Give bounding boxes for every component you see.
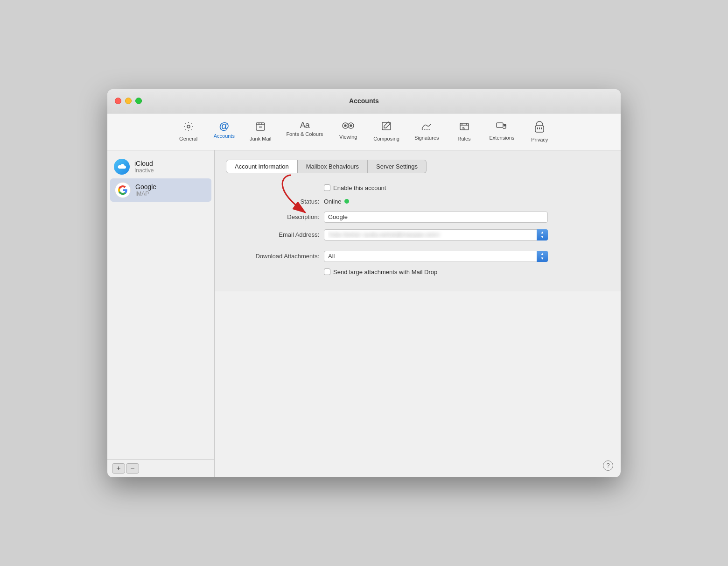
toolbar-item-viewing[interactable]: Viewing bbox=[331, 118, 365, 145]
icloud-name: iCloud bbox=[134, 160, 154, 167]
svg-point-10 bbox=[504, 124, 506, 126]
signatures-icon bbox=[420, 121, 433, 133]
toolbar: General @ Accounts Junk Mail Aa Fonts & … bbox=[107, 113, 621, 150]
main-content: Account Information Mailbox Behaviours S… bbox=[215, 150, 621, 291]
toolbar-label-general: General bbox=[179, 136, 197, 142]
status-row: Status: Online bbox=[226, 198, 609, 205]
mail-drop-checkbox-row: Send large attachments with Mail Drop bbox=[324, 269, 437, 276]
main-panel: Account Information Mailbox Behaviours S… bbox=[215, 150, 621, 477]
toolbar-label-accounts: Accounts bbox=[214, 133, 235, 139]
spacer bbox=[226, 247, 609, 251]
tab-server-settings[interactable]: Server Settings bbox=[368, 160, 427, 173]
minimize-button[interactable] bbox=[125, 98, 132, 104]
download-select-wrap: All Recent None ▲ ▼ bbox=[324, 251, 548, 262]
help-button[interactable]: ? bbox=[603, 460, 613, 471]
content-area: iCloud Inactive Goo bbox=[107, 150, 621, 477]
status-value-row: Online bbox=[324, 198, 349, 205]
close-button[interactable] bbox=[115, 98, 121, 104]
toolbar-label-viewing: Viewing bbox=[339, 134, 357, 140]
description-input[interactable] bbox=[324, 212, 548, 223]
toolbar-label-composing: Composing bbox=[373, 136, 399, 142]
description-label: Description: bbox=[226, 213, 319, 220]
accounts-list: iCloud Inactive Goo bbox=[107, 150, 214, 459]
enable-account-checkbox[interactable] bbox=[324, 184, 330, 191]
svg-rect-9 bbox=[497, 123, 503, 127]
toolbar-item-general[interactable]: General bbox=[172, 118, 205, 145]
fonts-icon: Aa bbox=[300, 121, 309, 129]
remove-account-button[interactable]: − bbox=[126, 463, 139, 474]
download-select[interactable]: All Recent None bbox=[324, 251, 548, 262]
tab-mailbox-behaviours[interactable]: Mailbox Behaviours bbox=[298, 160, 368, 173]
toolbar-label-privacy: Privacy bbox=[531, 137, 548, 142]
window-title: Accounts bbox=[349, 97, 379, 105]
account-item-icloud[interactable]: iCloud Inactive bbox=[107, 155, 214, 178]
extensions-icon bbox=[496, 121, 508, 133]
junkmail-icon bbox=[255, 121, 266, 134]
toolbar-label-signatures: Signatures bbox=[414, 135, 439, 141]
mail-preferences-window: Accounts General @ Accounts Junk Mail bbox=[107, 89, 621, 477]
enable-account-label: Enable this account bbox=[333, 184, 386, 191]
toolbar-label-extensions: Extensions bbox=[490, 135, 515, 141]
email-input[interactable] bbox=[324, 229, 548, 241]
svg-point-0 bbox=[187, 125, 190, 128]
tab-account-information[interactable]: Account Information bbox=[226, 160, 298, 173]
enable-row-with-arrow: Enable this account bbox=[226, 184, 609, 191]
toolbar-item-signatures[interactable]: Signatures bbox=[408, 118, 446, 145]
enable-account-checkbox-row: Enable this account bbox=[324, 184, 386, 191]
sidebar-footer: + − bbox=[107, 459, 214, 477]
status-online-dot bbox=[344, 199, 349, 204]
maximize-button[interactable] bbox=[135, 98, 142, 104]
toolbar-item-composing[interactable]: Composing bbox=[367, 118, 406, 145]
enable-account-row: Enable this account bbox=[324, 184, 609, 191]
download-attachments-row: Download Attachments: All Recent None ▲ … bbox=[226, 251, 609, 262]
status-label: Status: bbox=[226, 198, 319, 205]
email-label: Email Address: bbox=[226, 231, 319, 238]
toolbar-item-fonts[interactable]: Aa Fonts & Colours bbox=[280, 118, 329, 145]
titlebar: Accounts bbox=[107, 89, 621, 113]
rules-icon bbox=[459, 121, 470, 134]
toolbar-item-junkmail[interactable]: Junk Mail bbox=[243, 118, 278, 145]
mail-drop-checkbox[interactable] bbox=[324, 269, 330, 275]
google-name: Google bbox=[135, 183, 156, 191]
toolbar-label-rules: Rules bbox=[457, 136, 470, 142]
icloud-type: Inactive bbox=[134, 167, 154, 174]
toolbar-item-privacy[interactable]: Privacy bbox=[523, 118, 556, 145]
download-label: Download Attachments: bbox=[226, 253, 319, 260]
composing-icon bbox=[381, 121, 392, 134]
email-select-wrap: ▲ ▼ bbox=[324, 229, 548, 241]
icloud-avatar bbox=[114, 159, 130, 175]
icloud-info: iCloud Inactive bbox=[134, 160, 154, 174]
email-row: Email Address: ▲ ▼ bbox=[226, 229, 609, 241]
accounts-icon: @ bbox=[219, 121, 229, 131]
mail-drop-label: Send large attachments with Mail Drop bbox=[333, 269, 437, 276]
toolbar-item-rules[interactable]: Rules bbox=[448, 118, 481, 145]
traffic-lights bbox=[115, 98, 142, 104]
account-item-google[interactable]: Google IMAP bbox=[110, 178, 211, 202]
viewing-icon bbox=[342, 121, 355, 132]
mail-drop-row: Send large attachments with Mail Drop bbox=[324, 269, 609, 276]
google-avatar bbox=[115, 182, 131, 198]
toolbar-item-extensions[interactable]: Extensions bbox=[483, 118, 521, 145]
add-account-button[interactable]: + bbox=[112, 463, 125, 474]
status-value: Online bbox=[324, 198, 342, 205]
toolbar-item-accounts[interactable]: @ Accounts bbox=[207, 118, 241, 145]
description-row: Description: bbox=[226, 212, 609, 223]
sidebar: iCloud Inactive Goo bbox=[107, 150, 215, 477]
toolbar-label-junkmail: Junk Mail bbox=[250, 136, 271, 142]
general-icon bbox=[183, 121, 194, 134]
privacy-icon bbox=[534, 121, 545, 135]
svg-point-6 bbox=[350, 125, 352, 127]
google-info: Google IMAP bbox=[135, 183, 156, 197]
google-type: IMAP bbox=[135, 191, 156, 197]
toolbar-label-fonts: Fonts & Colours bbox=[286, 131, 323, 137]
svg-point-5 bbox=[344, 125, 346, 127]
tabs: Account Information Mailbox Behaviours S… bbox=[226, 160, 609, 173]
